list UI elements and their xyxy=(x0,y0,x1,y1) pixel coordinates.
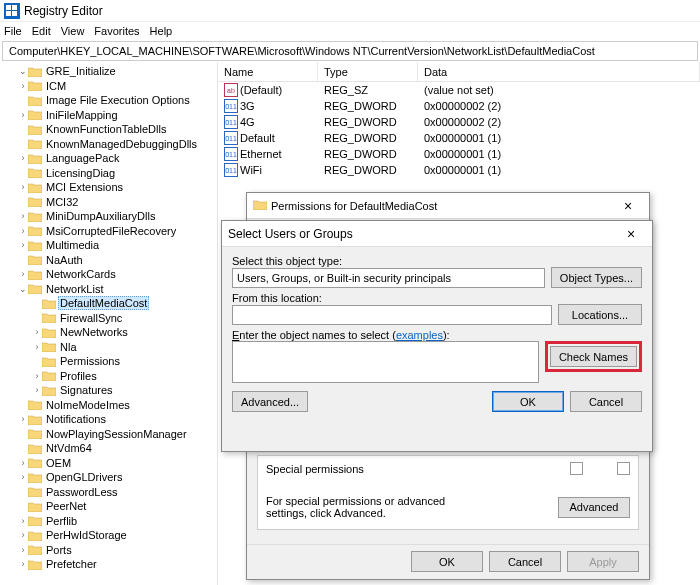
tree-item-oem[interactable]: ›OEM xyxy=(0,456,217,471)
highlight-check-names: Check Names xyxy=(545,341,642,372)
expand-icon[interactable]: › xyxy=(18,211,28,221)
close-icon[interactable]: × xyxy=(616,226,646,242)
folder-icon xyxy=(42,370,56,381)
tree-item-signatures[interactable]: ›Signatures xyxy=(0,383,217,398)
tree-item-multimedia[interactable]: ›Multimedia xyxy=(0,238,217,253)
tree-item-permissions[interactable]: Permissions xyxy=(0,354,217,369)
menu-view[interactable]: View xyxy=(61,25,85,37)
tree-item-perhwidstorage[interactable]: ›PerHwIdStorage xyxy=(0,528,217,543)
tree-item-firewallsync[interactable]: FirewallSync xyxy=(0,311,217,326)
advanced-button[interactable]: Advanced... xyxy=(232,391,308,412)
folder-icon xyxy=(28,196,42,207)
col-type[interactable]: Type xyxy=(318,62,418,81)
expand-icon[interactable]: › xyxy=(18,81,28,91)
expand-icon[interactable]: › xyxy=(18,240,28,250)
address-bar[interactable] xyxy=(2,41,698,61)
svg-rect-1 xyxy=(12,5,17,10)
list-row[interactable]: 011DefaultREG_DWORD0x00000001 (1) xyxy=(218,130,700,146)
address-input[interactable] xyxy=(7,44,693,58)
expand-icon[interactable]: › xyxy=(32,327,42,337)
folder-icon xyxy=(28,240,42,251)
tree-item-minidumpauxiliarydlls[interactable]: ›MiniDumpAuxiliaryDlls xyxy=(0,209,217,224)
tree-item-nowplayingsessionmanager[interactable]: NowPlayingSessionManager xyxy=(0,427,217,442)
menu-favorites[interactable]: Favorites xyxy=(94,25,139,37)
perm-ok-button[interactable]: OK xyxy=(411,551,483,572)
tree-item-peernet[interactable]: PeerNet xyxy=(0,499,217,514)
tree-item-inifilemapping[interactable]: ›IniFileMapping xyxy=(0,108,217,123)
tree-pane[interactable]: ⌄GRE_Initialize›ICMImage File Execution … xyxy=(0,62,218,585)
expand-icon[interactable]: › xyxy=(32,385,42,395)
advanced-button[interactable]: Advanced xyxy=(558,497,630,518)
tree-item-networkcards[interactable]: ›NetworkCards xyxy=(0,267,217,282)
tree-item-opengldrivers[interactable]: ›OpenGLDrivers xyxy=(0,470,217,485)
tree-item-newnetworks[interactable]: ›NewNetworks xyxy=(0,325,217,340)
tree-item-notifications[interactable]: ›Notifications xyxy=(0,412,217,427)
tree-item-msicorruptedfilerecovery[interactable]: ›MsiCorruptedFileRecovery xyxy=(0,224,217,239)
allow-checkbox[interactable] xyxy=(570,462,583,475)
sel-ok-button[interactable]: OK xyxy=(492,391,564,412)
close-icon[interactable]: × xyxy=(613,198,643,214)
check-names-button[interactable]: Check Names xyxy=(550,346,637,367)
tree-item-ports[interactable]: ›Ports xyxy=(0,543,217,558)
expand-icon[interactable]: › xyxy=(18,226,28,236)
perm-apply-button[interactable]: Apply xyxy=(567,551,639,572)
list-row[interactable]: 011WiFiREG_DWORD0x00000001 (1) xyxy=(218,162,700,178)
tree-item-licensingdiag[interactable]: LicensingDiag xyxy=(0,166,217,181)
tree-item-image-file-execution-options[interactable]: Image File Execution Options xyxy=(0,93,217,108)
sel-cancel-button[interactable]: Cancel xyxy=(570,391,642,412)
perm-cancel-button[interactable]: Cancel xyxy=(489,551,561,572)
expand-icon[interactable]: › xyxy=(32,371,42,381)
list-row[interactable]: 0114GREG_DWORD0x00000002 (2) xyxy=(218,114,700,130)
tree-item-networklist[interactable]: ⌄NetworkList xyxy=(0,282,217,297)
folder-icon xyxy=(28,515,42,526)
object-names-input[interactable] xyxy=(232,341,539,383)
object-types-button[interactable]: Object Types... xyxy=(551,267,642,288)
tree-item-nla[interactable]: ›Nla xyxy=(0,340,217,355)
expand-icon[interactable]: › xyxy=(18,182,28,192)
expand-icon[interactable]: › xyxy=(18,472,28,482)
expand-icon[interactable]: › xyxy=(18,110,28,120)
tree-item-knownmanageddebuggingdlls[interactable]: KnownManagedDebuggingDlls xyxy=(0,137,217,152)
tree-item-gre-initialize[interactable]: ⌄GRE_Initialize xyxy=(0,64,217,79)
tree-item-prefetcher[interactable]: ›Prefetcher xyxy=(0,557,217,572)
select-users-dialog-title[interactable]: Select Users or Groups × xyxy=(222,221,652,247)
tree-item-profiles[interactable]: ›Profiles xyxy=(0,369,217,384)
expand-icon[interactable]: › xyxy=(18,530,28,540)
permissions-dialog-title[interactable]: Permissions for DefaultMediaCost × xyxy=(247,193,649,219)
expand-icon[interactable]: › xyxy=(18,153,28,163)
tree-item-icm[interactable]: ›ICM xyxy=(0,79,217,94)
menu-edit[interactable]: Edit xyxy=(32,25,51,37)
expand-icon[interactable]: › xyxy=(18,269,28,279)
col-data[interactable]: Data xyxy=(418,62,700,81)
object-names-label: EEnter the object names to select (nter … xyxy=(232,329,450,341)
tree-item-knownfunctiontabledlls[interactable]: KnownFunctionTableDlls xyxy=(0,122,217,137)
tree-item-languagepack[interactable]: ›LanguagePack xyxy=(0,151,217,166)
expand-icon[interactable]: › xyxy=(32,342,42,352)
menu-file[interactable]: File xyxy=(4,25,22,37)
tree-item-passwordless[interactable]: PasswordLess xyxy=(0,485,217,500)
list-row[interactable]: 011EthernetREG_DWORD0x00000001 (1) xyxy=(218,146,700,162)
tree-item-noimemodeimes[interactable]: NoImeModeImes xyxy=(0,398,217,413)
list-row[interactable]: 0113GREG_DWORD0x00000002 (2) xyxy=(218,98,700,114)
object-type-field: Users, Groups, or Built-in security prin… xyxy=(232,268,545,288)
list-row[interactable]: ab(Default)REG_SZ(value not set) xyxy=(218,82,700,98)
expand-icon[interactable]: › xyxy=(18,414,28,424)
expand-icon[interactable]: ⌄ xyxy=(18,284,28,294)
expand-icon[interactable]: › xyxy=(18,458,28,468)
expand-icon[interactable]: › xyxy=(18,516,28,526)
expand-icon[interactable]: ⌄ xyxy=(18,66,28,76)
tree-item-naauth[interactable]: NaAuth xyxy=(0,253,217,268)
tree-item-mci-extensions[interactable]: ›MCI Extensions xyxy=(0,180,217,195)
expand-icon[interactable]: › xyxy=(18,545,28,555)
tree-item-defaultmediacost[interactable]: DefaultMediaCost xyxy=(0,296,217,311)
tree-item-perflib[interactable]: ›Perflib xyxy=(0,514,217,529)
locations-button[interactable]: Locations... xyxy=(558,304,642,325)
col-name[interactable]: Name xyxy=(218,62,318,81)
tree-item-ntvdm64[interactable]: NtVdm64 xyxy=(0,441,217,456)
deny-checkbox[interactable] xyxy=(617,462,630,475)
expand-icon[interactable]: › xyxy=(18,559,28,569)
examples-link[interactable]: examples xyxy=(396,329,443,341)
menu-help[interactable]: Help xyxy=(150,25,173,37)
folder-icon xyxy=(28,211,42,222)
tree-item-mci32[interactable]: MCI32 xyxy=(0,195,217,210)
